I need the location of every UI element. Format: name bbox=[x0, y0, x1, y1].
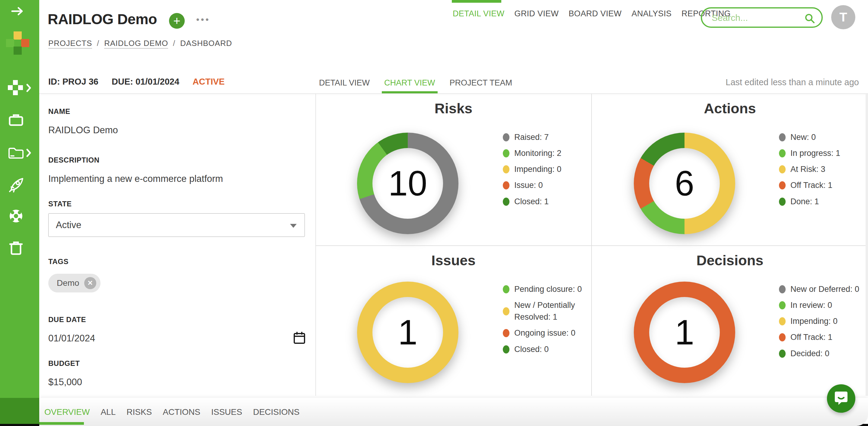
description-label: DESCRIPTION bbox=[48, 156, 100, 164]
trash-icon[interactable] bbox=[9, 240, 23, 255]
legend-item: New / Potentially Resolved: 1 bbox=[503, 300, 591, 323]
legend-item: In review: 0 bbox=[779, 300, 859, 311]
budget-value[interactable]: $15,000 bbox=[48, 377, 82, 388]
chart-quadrant: Actions6New: 0In progress: 1At Risk: 3Of… bbox=[592, 94, 868, 245]
top-nav-tab[interactable]: DETAIL VIEW bbox=[453, 9, 504, 19]
portfolio-briefcase-icon[interactable] bbox=[9, 113, 23, 126]
top-nav-tab[interactable]: ANALYSIS bbox=[632, 9, 672, 19]
legend-item: Ongoing issue: 0 bbox=[503, 327, 591, 339]
sidebar bbox=[0, 0, 39, 398]
legend-item: Raised: 7 bbox=[503, 132, 561, 143]
legend-dot bbox=[503, 181, 509, 190]
legend-label: Decided: 0 bbox=[790, 348, 829, 360]
legend-dot bbox=[779, 333, 785, 341]
search-icon[interactable] bbox=[805, 13, 815, 25]
donut-total: 6 bbox=[634, 133, 735, 234]
expand-sidebar-arrow-icon[interactable] bbox=[11, 6, 25, 16]
chevron-right-icon[interactable] bbox=[26, 148, 31, 158]
active-bottom-tab-indicator bbox=[39, 422, 84, 425]
legend-label: In progress: 1 bbox=[790, 147, 840, 159]
breadcrumb-item[interactable]: RAIDLOG DEMO bbox=[104, 39, 168, 48]
chevron-right-icon[interactable] bbox=[26, 83, 31, 92]
calendar-icon[interactable] bbox=[293, 332, 305, 346]
legend-label: Off Track: 1 bbox=[790, 332, 832, 343]
rocket-icon[interactable] bbox=[9, 177, 25, 193]
chart-quadrant: Risks10Raised: 7Monitoring: 2Impending: … bbox=[316, 94, 591, 245]
legend-dot bbox=[779, 317, 785, 325]
tags-label: TAGS bbox=[48, 257, 68, 266]
account-avatar[interactable]: T bbox=[831, 5, 855, 29]
raidlog-logo[interactable] bbox=[6, 31, 29, 55]
legend-dot bbox=[779, 349, 785, 358]
chevron-down-icon bbox=[290, 224, 297, 228]
legend-label: Impending: 0 bbox=[790, 315, 838, 327]
scrollbar[interactable] bbox=[866, 94, 868, 396]
legend-label: Issue: 0 bbox=[514, 179, 543, 191]
legend-label: In review: 0 bbox=[790, 300, 832, 311]
legend-dot bbox=[779, 285, 785, 293]
state-select[interactable]: Active bbox=[48, 213, 305, 237]
state-label: STATE bbox=[48, 200, 72, 208]
bottom-tab[interactable]: RISKS bbox=[126, 407, 152, 417]
chart-legend: New or Deferred: 0In review: 0Impending:… bbox=[779, 283, 859, 364]
chat-button[interactable] bbox=[827, 384, 855, 413]
legend-label: Off Track: 1 bbox=[790, 179, 832, 191]
due-date-label: DUE DATE bbox=[48, 315, 86, 324]
legend-dot bbox=[503, 133, 509, 141]
legend-item: New or Deferred: 0 bbox=[779, 283, 859, 295]
due-date-value[interactable]: 01/01/2024 bbox=[48, 333, 95, 344]
charts-horizontal-divider bbox=[316, 245, 868, 246]
top-nav: DETAIL VIEWGRID VIEWBOARD VIEWANALYSISRE… bbox=[453, 9, 731, 19]
active-nav-indicator bbox=[452, 0, 501, 3]
charts-vertical-divider bbox=[591, 94, 592, 396]
chart-quadrant: Issues1Pending closure: 0New / Potential… bbox=[316, 246, 591, 396]
breadcrumb: PROJECTS/RAIDLOG DEMO/DASHBOARD bbox=[48, 39, 232, 48]
description-value[interactable]: Implementing a new e-commerce platform bbox=[48, 173, 223, 184]
project-tabs: DETAIL VIEWCHART VIEWPROJECT TEAM bbox=[319, 72, 512, 94]
bottom-tab[interactable]: ISSUES bbox=[211, 407, 242, 417]
project-view-tab[interactable]: DETAIL VIEW bbox=[319, 72, 370, 94]
legend-label: Impending: 0 bbox=[514, 164, 561, 175]
helm-icon[interactable] bbox=[8, 208, 24, 224]
name-value[interactable]: RAIDLOG Demo bbox=[48, 125, 118, 136]
search-input[interactable] bbox=[711, 10, 803, 26]
donut-total: 1 bbox=[634, 282, 735, 383]
chart-legend: Raised: 7Monitoring: 2Impending: 0Issue:… bbox=[503, 132, 561, 212]
add-button[interactable]: + bbox=[169, 13, 185, 29]
last-edited-text: Last edited less than a minute ago bbox=[725, 77, 859, 87]
legend-item: New: 0 bbox=[779, 132, 840, 143]
bottom-tab[interactable]: ALL bbox=[100, 407, 116, 417]
donut-chart: 6 bbox=[634, 133, 735, 234]
legend-item: At Risk: 3 bbox=[779, 164, 840, 175]
legend-item: Off Track: 1 bbox=[779, 179, 840, 191]
legend-label: Raised: 7 bbox=[514, 132, 549, 143]
top-nav-tab[interactable]: GRID VIEW bbox=[514, 9, 559, 19]
legend-item: In progress: 1 bbox=[779, 147, 840, 159]
chart-legend: New: 0In progress: 1At Risk: 3Off Track:… bbox=[779, 132, 840, 212]
bottom-tab[interactable]: ACTIONS bbox=[163, 407, 200, 417]
legend-label: New: 0 bbox=[790, 132, 816, 143]
top-nav-tab[interactable]: BOARD VIEW bbox=[568, 9, 622, 19]
legend-label: At Risk: 3 bbox=[790, 164, 826, 175]
overflow-menu-button[interactable]: ••• bbox=[196, 15, 210, 25]
project-view-tab[interactable]: CHART VIEW bbox=[384, 72, 435, 94]
legend-item: Pending closure: 0 bbox=[503, 283, 591, 295]
breadcrumb-item: DASHBOARD bbox=[180, 39, 232, 48]
raid-grid-icon[interactable] bbox=[8, 80, 23, 95]
legend-dot bbox=[779, 181, 785, 190]
project-view-tab[interactable]: PROJECT TEAM bbox=[450, 72, 513, 94]
legend-dot bbox=[779, 165, 785, 173]
bottom-tab[interactable]: DECISIONS bbox=[253, 407, 300, 417]
donut-total: 1 bbox=[357, 282, 459, 383]
status-badge: ACTIVE bbox=[192, 77, 224, 87]
projects-folder-icon[interactable] bbox=[8, 146, 24, 160]
budget-label: BUDGET bbox=[48, 359, 80, 368]
legend-dot bbox=[779, 149, 785, 158]
search-box bbox=[701, 7, 823, 28]
tag-remove-icon[interactable]: ✕ bbox=[84, 277, 96, 289]
breadcrumb-item[interactable]: PROJECTS bbox=[48, 39, 92, 48]
legend-dot bbox=[503, 329, 509, 337]
tag-label: Demo bbox=[57, 278, 80, 288]
donut-total: 10 bbox=[357, 133, 459, 234]
bottom-tab[interactable]: OVERVIEW bbox=[44, 407, 90, 417]
